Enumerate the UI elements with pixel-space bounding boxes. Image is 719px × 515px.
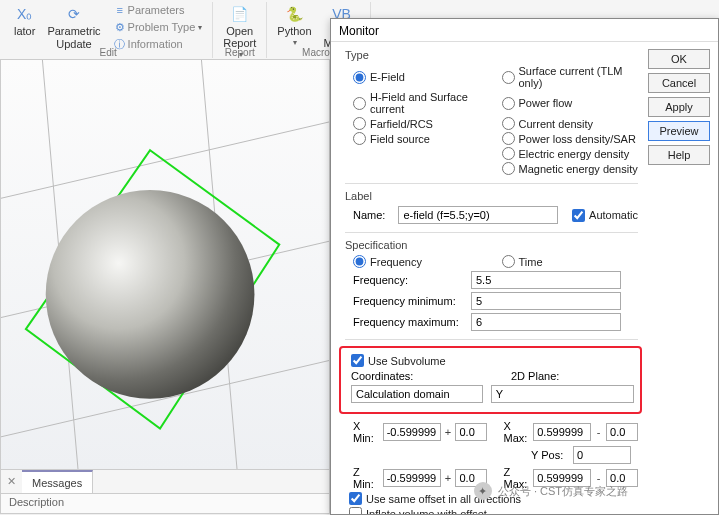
name-field[interactable] bbox=[398, 206, 558, 224]
x-range-row: X Min: + X Max: - bbox=[353, 420, 638, 444]
label-legend: Label bbox=[345, 190, 638, 202]
calculator-button[interactable]: X₀ lator bbox=[10, 2, 39, 39]
python-button[interactable]: 🐍 Python▾ bbox=[273, 2, 315, 49]
subvolume-highlight: Use Subvolume Coordinates: 2D Plane: Cal… bbox=[339, 346, 642, 414]
ribbon-group-report: 📄 Open Report▾ Report bbox=[213, 2, 267, 58]
radio-time[interactable]: Time bbox=[502, 255, 639, 268]
radio-frequency[interactable]: Frequency bbox=[353, 255, 490, 268]
slider-icon: ≡ bbox=[113, 3, 127, 17]
information-button[interactable]: ⓘInformation bbox=[109, 36, 207, 52]
fmax-field[interactable] bbox=[471, 313, 621, 331]
monitor-dialog: Type E-Field Surface current (TLM only) … bbox=[330, 18, 719, 515]
fmin-label: Frequency minimum: bbox=[353, 295, 463, 307]
radio-fieldsource[interactable]: Field source bbox=[353, 132, 490, 145]
xmax-offset-field[interactable] bbox=[606, 423, 638, 441]
radio-powerflow[interactable]: Power flow bbox=[502, 91, 639, 115]
help-button[interactable]: Help bbox=[648, 145, 710, 165]
messages-tab[interactable]: Messages bbox=[22, 470, 93, 493]
radio-electric-energy[interactable]: Electric energy density bbox=[502, 147, 639, 160]
plane-select[interactable]: Y bbox=[491, 385, 634, 403]
xmax-field[interactable] bbox=[533, 423, 591, 441]
freq-field[interactable] bbox=[471, 271, 621, 289]
use-subvolume-checkbox[interactable]: Use Subvolume bbox=[351, 354, 446, 367]
sphere-model bbox=[46, 190, 255, 399]
spec-legend: Specification bbox=[345, 239, 638, 251]
fmax-label: Frequency maximum: bbox=[353, 316, 463, 328]
radio-hfield[interactable]: H-Field and Surface current bbox=[353, 91, 490, 115]
cancel-button[interactable]: Cancel bbox=[648, 73, 710, 93]
radio-farfield[interactable]: Farfield/RCS bbox=[353, 117, 490, 130]
type-legend: Type bbox=[345, 49, 638, 61]
parameters-button[interactable]: ≡Parameters bbox=[109, 2, 207, 18]
xmin-field[interactable] bbox=[383, 423, 441, 441]
report-icon: 📄 bbox=[230, 4, 250, 24]
xmax-label: X Max: bbox=[504, 420, 530, 444]
close-panel-icon[interactable]: ✕ bbox=[1, 473, 22, 490]
watermark: ✦ 公众号 · CST仿真专家之路 bbox=[474, 482, 628, 500]
radio-power-loss[interactable]: Power loss density/SAR bbox=[502, 132, 639, 145]
y-row: Y Pos: bbox=[353, 446, 638, 464]
ribbon-group-label-edit: Edit bbox=[100, 47, 117, 58]
preview-button[interactable]: Preview bbox=[648, 121, 710, 141]
label-group: Label Name: Automatic bbox=[345, 190, 638, 224]
parametric-update-button[interactable]: ⟳ Parametric Update bbox=[43, 2, 104, 52]
apply-button[interactable]: Apply bbox=[648, 97, 710, 117]
inflate-checkbox[interactable]: Inflate volume with offset bbox=[349, 507, 487, 514]
zmin-field[interactable] bbox=[383, 469, 441, 487]
spec-group: Specification Frequency Time Frequency: … bbox=[345, 239, 638, 331]
automatic-checkbox[interactable]: Automatic bbox=[572, 209, 638, 222]
problem-type-button[interactable]: ⚙Problem Type▾ bbox=[109, 19, 207, 35]
refresh-icon: ⟳ bbox=[64, 4, 84, 24]
radio-current-density[interactable]: Current density bbox=[502, 117, 639, 130]
radio-magnetic-energy[interactable]: Magnetic energy density bbox=[502, 162, 639, 175]
coords-select[interactable]: Calculation domain bbox=[351, 385, 483, 403]
ypos-field[interactable] bbox=[573, 446, 631, 464]
chevron-down-icon: ▾ bbox=[198, 23, 202, 32]
name-label: Name: bbox=[353, 209, 390, 221]
type-group: Type E-Field Surface current (TLM only) … bbox=[345, 49, 638, 175]
bottom-panel-tabs: ✕ Messages bbox=[0, 470, 330, 494]
dialog-button-column: OK Cancel Apply Preview Help bbox=[648, 19, 718, 514]
python-icon: 🐍 bbox=[284, 4, 304, 24]
dialog-title: Monitor bbox=[331, 20, 718, 42]
viewport-svg bbox=[1, 60, 329, 469]
radio-surface-tlm[interactable]: Surface current (TLM only) bbox=[502, 65, 639, 89]
xmin-offset-field[interactable] bbox=[455, 423, 487, 441]
radio-efield[interactable]: E-Field bbox=[353, 65, 490, 89]
coords-label: Coordinates: bbox=[351, 370, 471, 382]
fmin-field[interactable] bbox=[471, 292, 621, 310]
ok-button[interactable]: OK bbox=[648, 49, 710, 69]
gear-icon: ⚙ bbox=[113, 20, 127, 34]
chevron-down-icon: ▾ bbox=[293, 38, 297, 47]
description-tab[interactable]: Description bbox=[0, 494, 330, 514]
zmin-label: Z Min: bbox=[353, 466, 379, 490]
freq-label: Frequency: bbox=[353, 274, 463, 286]
calculator-icon: X₀ bbox=[15, 4, 35, 24]
ribbon-group-label-report: Report bbox=[225, 47, 255, 58]
ribbon-group-edit: X₀ lator ⟳ Parametric Update ≡Parameters… bbox=[4, 2, 213, 58]
plane-label: 2D Plane: bbox=[511, 370, 559, 382]
ypos-label: Y Pos: bbox=[531, 449, 569, 461]
xmin-label: X Min: bbox=[353, 420, 379, 444]
3d-viewport[interactable] bbox=[0, 60, 330, 470]
wechat-icon: ✦ bbox=[474, 482, 492, 500]
